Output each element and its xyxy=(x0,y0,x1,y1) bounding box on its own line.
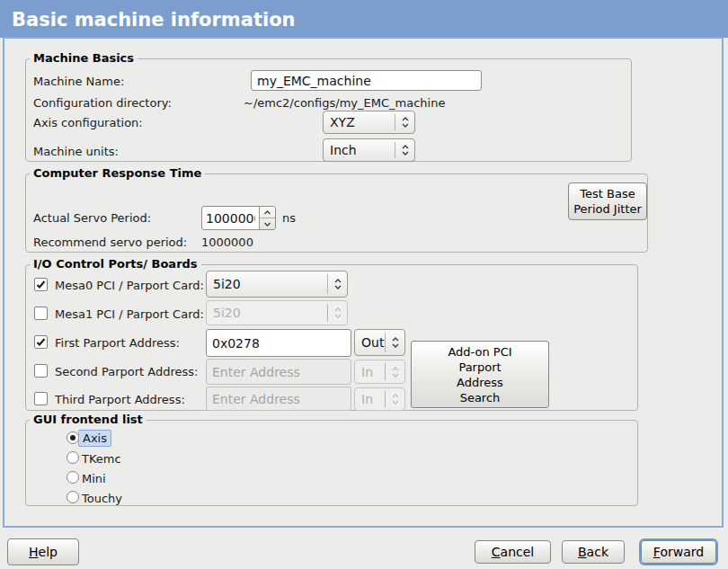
mesa1-label: Mesa1 PCI / Parport Card: xyxy=(55,307,204,321)
machine-units-label: Machine units: xyxy=(33,145,119,158)
config-dir-label: Configuration directory: xyxy=(33,96,172,110)
second-parport-label: Second Parport Address: xyxy=(55,365,198,378)
response-time-legend: Computer Response Time xyxy=(30,166,205,180)
second-parport-direction-select: In xyxy=(354,360,405,384)
wizard-window: Basic machine information Machine Basics… xyxy=(0,0,728,569)
gui-frontend-legend: GUI frontend list xyxy=(30,413,146,426)
servo-period-label: Actual Servo Period: xyxy=(33,211,151,225)
spin-down-icon[interactable] xyxy=(260,218,275,229)
first-parport-label: First Parport Address: xyxy=(55,336,180,350)
io-ports-group: I/O Control Ports/ Boards Mesa0 PCI / Pa… xyxy=(25,264,638,411)
first-parport-address-input[interactable] xyxy=(206,329,351,357)
second-parport-checkbox[interactable] xyxy=(34,364,48,378)
chevron-up-down-icon xyxy=(328,306,347,320)
servo-period-unit: ns xyxy=(282,211,296,225)
radio-mini-label[interactable]: Mini xyxy=(82,472,106,485)
gui-frontend-group: GUI frontend list Axis TKemc Mini Touchy xyxy=(25,420,638,506)
third-parport-address-input xyxy=(206,387,351,411)
servo-period-input[interactable] xyxy=(202,207,259,229)
forward-button[interactable]: Forward xyxy=(641,540,716,564)
machine-units-select[interactable]: Inch xyxy=(323,138,415,162)
test-base-period-jitter-button[interactable]: Test Base Period Jitter xyxy=(568,182,647,220)
axis-config-selected-value: XYZ xyxy=(324,115,395,129)
recommend-period-label: Recommend servo period: xyxy=(33,236,187,249)
machine-name-input[interactable] xyxy=(251,70,482,91)
second-parport-address-input xyxy=(206,359,351,385)
radio-touchy[interactable] xyxy=(67,491,79,503)
first-parport-direction-select[interactable]: Out xyxy=(354,329,405,356)
spin-up-icon[interactable] xyxy=(260,207,275,218)
response-time-group: Computer Response Time Test Base Period … xyxy=(25,173,648,253)
machine-basics-group: Machine Basics Machine Name: Configurati… xyxy=(25,58,632,162)
check-icon xyxy=(36,280,46,289)
servo-period-spinner[interactable] xyxy=(201,206,276,230)
help-button[interactable]: Help xyxy=(7,538,79,565)
page-title: Basic machine information xyxy=(12,0,296,38)
recommend-period-value: 1000000 xyxy=(201,236,253,249)
third-parport-checkbox[interactable] xyxy=(34,392,48,405)
back-button[interactable]: Back xyxy=(562,540,625,564)
radio-axis[interactable] xyxy=(67,431,79,444)
mesa0-card-select[interactable]: 5i20 xyxy=(206,271,348,298)
title-bar: Basic machine information xyxy=(0,0,728,38)
third-parport-direction-select: In xyxy=(354,387,405,411)
radio-axis-label[interactable]: Axis xyxy=(78,430,111,447)
chevron-up-down-icon xyxy=(386,365,404,379)
axis-config-select[interactable]: XYZ xyxy=(323,111,415,134)
chevron-up-down-icon xyxy=(395,115,414,129)
machine-name-label: Machine Name: xyxy=(33,75,124,88)
chevron-up-down-icon xyxy=(386,392,404,406)
radio-touchy-label[interactable]: Touchy xyxy=(82,492,122,505)
machine-units-selected-value: Inch xyxy=(324,143,395,157)
cancel-button[interactable]: Cancel xyxy=(475,540,551,564)
first-parport-checkbox[interactable] xyxy=(34,335,48,349)
radio-mini[interactable] xyxy=(67,471,79,484)
mesa1-checkbox[interactable] xyxy=(34,307,48,320)
check-icon xyxy=(36,337,46,347)
chevron-up-down-icon xyxy=(328,277,347,291)
chevron-up-down-icon xyxy=(395,143,414,157)
io-ports-legend: I/O Control Ports/ Boards xyxy=(30,257,201,271)
mesa0-checkbox[interactable] xyxy=(34,278,48,291)
chevron-up-down-icon xyxy=(386,335,404,350)
axis-config-label: Axis configuration: xyxy=(33,116,143,129)
mesa0-label: Mesa0 PCI / Parport Card: xyxy=(55,279,204,292)
radio-tkemc[interactable] xyxy=(67,451,79,464)
mesa1-card-select: 5i20 xyxy=(206,300,348,325)
radio-tkemc-label[interactable]: TKemc xyxy=(82,452,121,466)
config-dir-value: ~/emc2/configs/my_EMC_machine xyxy=(244,96,445,110)
addon-pci-parport-search-button[interactable]: Add-on PCI Parport Address Search xyxy=(411,341,549,408)
machine-basics-legend: Machine Basics xyxy=(30,51,138,65)
third-parport-label: Third Parport Address: xyxy=(55,393,185,406)
